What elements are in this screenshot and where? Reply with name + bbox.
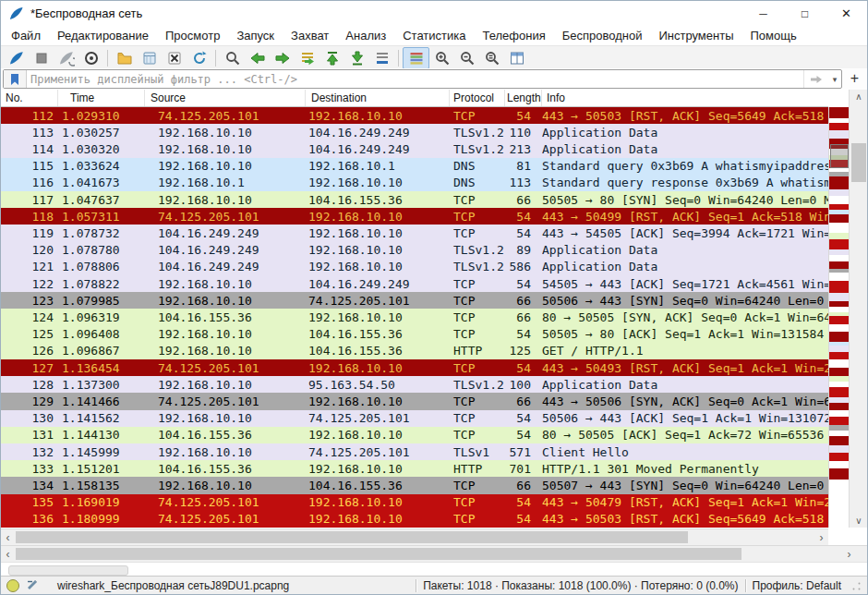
- packet-row-136[interactable]: 1361.18099974.125.205.101192.168.10.10TC…: [1, 511, 828, 528]
- cell-len: 54: [505, 512, 542, 526]
- packet-row-119[interactable]: 1191.078732104.16.249.249192.168.10.10TC…: [1, 225, 828, 241]
- filter-add-button[interactable]: +: [847, 70, 862, 86]
- find-packet-button[interactable]: [220, 48, 245, 68]
- cell-len: 81: [505, 159, 542, 173]
- menu-item-8[interactable]: Беспроводной: [554, 27, 651, 44]
- cell-dst: 192.168.10.10: [306, 260, 450, 273]
- scroll-left-arrow[interactable]: ‹: [1, 529, 15, 545]
- packet-row-118[interactable]: 1181.05731174.125.205.101192.168.10.10TC…: [1, 208, 828, 225]
- packet-row-115[interactable]: 1151.033624192.168.10.10192.168.10.1DNS8…: [1, 158, 828, 175]
- menu-item-0[interactable]: Файл: [3, 27, 49, 44]
- close-file-button[interactable]: [162, 48, 187, 68]
- scroll-left-arrow[interactable]: ‹: [1, 546, 15, 562]
- menu-item-5[interactable]: Анализ: [337, 27, 394, 44]
- column-header-protocol[interactable]: Protocol: [450, 90, 505, 106]
- auto-scroll-button[interactable]: [369, 48, 394, 68]
- cell-proto: TCP: [450, 395, 505, 408]
- menu-item-9[interactable]: Инструменты: [650, 27, 741, 44]
- column-header-destination[interactable]: Destination: [306, 90, 450, 106]
- zoom-reset-button[interactable]: [479, 48, 504, 68]
- horizontal-scrollbar-pane[interactable]: ‹ ›: [1, 545, 867, 562]
- packet-row-130[interactable]: 1301.141562192.168.10.1074.125.205.101TC…: [1, 410, 828, 427]
- horizontal-scrollbar-thumb[interactable]: [16, 548, 741, 560]
- go-next-packet-button[interactable]: [270, 48, 295, 68]
- display-filter-input[interactable]: [27, 70, 803, 88]
- minimap-stripe: [829, 281, 850, 293]
- packet-row-117[interactable]: 1171.047637192.168.10.10104.16.155.36TCP…: [1, 191, 828, 208]
- packet-row-134[interactable]: 1341.158135192.168.10.10104.16.155.36TCP…: [1, 477, 828, 493]
- horizontal-scrollbar-thumb[interactable]: [16, 531, 688, 543]
- cell-time: 1.041673: [58, 176, 145, 189]
- scroll-up-arrow[interactable]: ∧: [850, 90, 868, 103]
- expert-info-icon[interactable]: [6, 579, 19, 592]
- menu-item-6[interactable]: Статистика: [394, 27, 474, 44]
- resize-grip[interactable]: [850, 579, 862, 591]
- packet-row-113[interactable]: 1131.030257192.168.10.10104.16.249.249TL…: [1, 124, 828, 140]
- packet-minimap[interactable]: [828, 107, 850, 528]
- cell-dst: 95.163.54.50: [306, 378, 450, 392]
- horizontal-scrollbar-list[interactable]: ‹ ›: [1, 528, 828, 545]
- minimize-button[interactable]: ─: [742, 1, 784, 26]
- cell-dst: 192.168.10.10: [306, 428, 450, 442]
- column-header-no[interactable]: No.: [1, 90, 58, 106]
- menu-item-4[interactable]: Захват: [283, 27, 337, 44]
- packet-row-125[interactable]: 1251.096408192.168.10.10104.16.155.36TCP…: [1, 326, 828, 343]
- scroll-down-arrow[interactable]: ∨: [850, 514, 868, 528]
- filter-bookmark-button[interactable]: [4, 70, 27, 88]
- maximize-button[interactable]: □: [784, 1, 826, 26]
- packet-row-132[interactable]: 1321.145999192.168.10.1074.125.205.101TL…: [1, 443, 828, 460]
- scroll-right-arrow[interactable]: ›: [842, 546, 856, 562]
- packet-row-135[interactable]: 1351.16901974.125.205.101192.168.10.10TC…: [1, 494, 828, 511]
- minimap-stripe: [829, 445, 850, 453]
- packet-row-128[interactable]: 1281.137300192.168.10.1095.163.54.50TLSv…: [1, 376, 828, 393]
- menu-item-7[interactable]: Телефония: [474, 27, 553, 44]
- capture-comment-icon[interactable]: [26, 579, 38, 591]
- packet-row-133[interactable]: 1331.151201104.16.155.36192.168.10.10HTT…: [1, 460, 828, 477]
- packet-row-124[interactable]: 1241.096319104.16.155.36192.168.10.10TCP…: [1, 309, 828, 325]
- packet-row-126[interactable]: 1261.096867192.168.10.10104.16.155.36HTT…: [1, 343, 828, 359]
- cell-info: Application Data: [542, 243, 828, 257]
- packet-row-127[interactable]: 1271.13645474.125.205.101192.168.10.10TC…: [1, 359, 828, 376]
- packet-row-120[interactable]: 1201.078780104.16.249.249192.168.10.10TL…: [1, 242, 828, 259]
- packet-row-129[interactable]: 1291.14146674.125.205.101192.168.10.10TC…: [1, 393, 828, 409]
- packet-row-131[interactable]: 1311.144130104.16.155.36192.168.10.10TCP…: [1, 427, 828, 443]
- zoom-in-button[interactable]: [429, 48, 454, 68]
- menu-item-10[interactable]: Помощь: [742, 27, 805, 44]
- packet-row-122[interactable]: 1221.078822192.168.10.10104.16.249.249TC…: [1, 275, 828, 292]
- go-last-packet-button[interactable]: [344, 48, 369, 68]
- cell-info: Standard query 0x3b69 A whatismyipaddres…: [542, 159, 828, 173]
- packet-row-116[interactable]: 1161.041673192.168.10.1192.168.10.10DNS1…: [1, 175, 828, 191]
- menu-item-1[interactable]: Редактирование: [49, 27, 157, 44]
- open-file-button[interactable]: [112, 48, 137, 68]
- stop-capture-button[interactable]: [29, 48, 54, 68]
- column-header-time[interactable]: Time: [58, 90, 145, 106]
- column-header-length[interactable]: Length: [505, 90, 542, 106]
- packet-row-112[interactable]: 1121.02931074.125.205.101192.168.10.10TC…: [1, 107, 828, 124]
- column-header-info[interactable]: Info: [542, 90, 828, 106]
- minimap-view-indicator[interactable]: [830, 144, 849, 168]
- start-capture-button[interactable]: [4, 48, 29, 68]
- colorize-packets-button[interactable]: [403, 47, 429, 69]
- restart-capture-button[interactable]: [54, 48, 78, 68]
- save-file-button[interactable]: [137, 48, 162, 68]
- packet-row-123[interactable]: 1231.079985192.168.10.1074.125.205.101TC…: [1, 292, 828, 309]
- reload-file-button[interactable]: [187, 48, 211, 68]
- go-first-packet-button[interactable]: [319, 48, 344, 68]
- menu-item-3[interactable]: Запуск: [228, 27, 283, 44]
- menu-item-2[interactable]: Просмотр: [157, 27, 228, 44]
- capture-options-button[interactable]: [78, 48, 103, 68]
- scroll-right-arrow[interactable]: ›: [814, 529, 828, 545]
- vertical-scrollbar-thumb[interactable]: [851, 143, 866, 182]
- packet-row-121[interactable]: 1211.078806104.16.249.249192.168.10.10TL…: [1, 259, 828, 275]
- go-previous-packet-button[interactable]: [245, 48, 270, 68]
- resize-columns-button[interactable]: [504, 48, 529, 68]
- close-button[interactable]: ✕: [826, 1, 867, 26]
- zoom-out-button[interactable]: [454, 48, 479, 68]
- filter-apply-button[interactable]: [803, 70, 828, 88]
- minimap-stripe: [829, 189, 850, 196]
- packet-row-114[interactable]: 1141.030320192.168.10.10104.16.249.249TL…: [1, 140, 828, 157]
- filter-dropdown-button[interactable]: ▾: [828, 70, 841, 88]
- vertical-scrollbar[interactable]: ∧ ∨: [849, 90, 868, 528]
- column-header-source[interactable]: Source: [145, 90, 306, 106]
- go-to-packet-button[interactable]: [295, 48, 319, 68]
